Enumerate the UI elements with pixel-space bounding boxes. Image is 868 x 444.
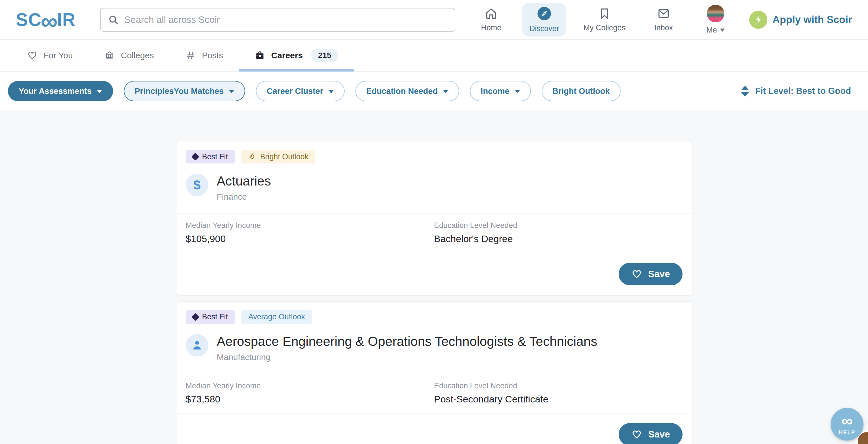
help-label: HELP <box>839 429 856 436</box>
chevron-down-icon <box>720 29 725 32</box>
top-bar: SC∞IR Home Discover My Colleges <box>0 0 868 39</box>
save-label: Save <box>648 429 670 440</box>
home-icon <box>485 7 498 20</box>
nav-label: Home <box>481 24 501 32</box>
nav-label: Me <box>706 26 717 34</box>
envelope-icon <box>657 7 670 20</box>
flame-icon <box>248 153 256 160</box>
average-outlook-badge: Average Outlook <box>242 310 312 324</box>
lightning-bolt-icon <box>749 11 767 29</box>
stat-education: Education Level Needed Post-Secondary Ce… <box>434 382 683 405</box>
tab-posts[interactable]: Posts <box>169 39 239 71</box>
filter-bright-outlook[interactable]: Bright Outlook <box>542 81 621 101</box>
search-input[interactable] <box>124 14 447 25</box>
chevron-down-icon <box>229 90 235 93</box>
bookmark-icon <box>598 7 611 20</box>
search-icon <box>108 14 119 25</box>
tab-label: Colleges <box>121 51 154 60</box>
diamond-icon <box>191 153 199 160</box>
briefcase-icon <box>255 50 265 61</box>
career-title: Actuaries <box>217 174 271 189</box>
card-actions: Save <box>177 253 692 295</box>
career-stats: Median Yearly Income $105,900 Education … <box>177 213 692 253</box>
careers-count-badge: 215 <box>311 49 338 62</box>
filter-label: Income <box>480 87 509 96</box>
stat-income: Median Yearly Income $105,900 <box>186 221 434 244</box>
nav-label: Inbox <box>654 24 673 32</box>
filter-education-needed[interactable]: Education Needed <box>355 81 459 101</box>
person-icon <box>191 339 203 352</box>
person-icon <box>186 334 208 357</box>
compass-icon <box>537 6 552 21</box>
nav-label: My Colleges <box>583 24 625 32</box>
tab-careers[interactable]: Careers 215 <box>239 39 354 71</box>
filter-label: Bright Outlook <box>553 87 610 96</box>
active-tab-underline <box>239 69 354 71</box>
apply-label: Apply with Scoir <box>772 14 852 26</box>
card-actions: Save <box>177 413 692 444</box>
filter-income[interactable]: Income <box>470 81 531 101</box>
stat-education: Education Level Needed Bachelor's Degree <box>434 221 683 244</box>
chevron-down-icon <box>97 90 102 93</box>
tab-label: Careers <box>271 51 303 60</box>
hash-icon <box>185 50 196 61</box>
filter-your-assessments[interactable]: Your Assessments <box>8 81 113 101</box>
badge-row: Best Fit Average Outlook <box>186 310 683 324</box>
logo-text-prefix: SC <box>16 9 41 30</box>
heart-icon <box>27 50 37 61</box>
tab-label: Posts <box>202 51 223 60</box>
scoir-infinity-icon: ∞ <box>841 413 853 429</box>
filter-label: Career Cluster <box>267 87 323 96</box>
career-category: Manufacturing <box>217 352 597 362</box>
career-title: Aerospace Engineering & Operations Techn… <box>217 334 597 349</box>
filter-principlesyou-matches[interactable]: PrinciplesYou Matches <box>124 81 245 101</box>
filter-label: PrinciplesYou Matches <box>134 87 224 96</box>
career-category: Finance <box>217 192 271 202</box>
card-header: Best Fit Average Outlook Aerospace Engin… <box>177 302 692 374</box>
heart-icon <box>631 429 642 440</box>
user-avatar <box>707 5 724 22</box>
primary-nav: Home Discover My Colleges Inbox <box>470 1 737 38</box>
apply-with-scoir-button[interactable]: Apply with Scoir <box>749 11 852 29</box>
career-card-aerospace[interactable]: Best Fit Average Outlook Aerospace Engin… <box>177 302 692 444</box>
global-search[interactable] <box>100 8 455 32</box>
career-stats: Median Yearly Income $73,580 Education L… <box>177 374 692 413</box>
save-button[interactable]: Save <box>619 423 682 444</box>
badge-label: Average Outlook <box>248 313 305 321</box>
dollar-icon: $ <box>186 174 208 196</box>
scoir-logo: SC∞IR <box>16 9 76 30</box>
badge-label: Bright Outlook <box>260 152 308 161</box>
nav-item-inbox[interactable]: Inbox <box>642 4 685 36</box>
best-fit-badge: Best Fit <box>186 310 235 324</box>
nav-label: Discover <box>529 24 559 33</box>
chevron-down-icon <box>328 90 334 93</box>
save-label: Save <box>648 269 670 279</box>
badge-row: Best Fit Bright Outlook <box>186 150 683 164</box>
bank-icon <box>104 50 115 61</box>
chevron-down-icon <box>443 90 448 93</box>
nav-item-discover[interactable]: Discover <box>522 3 566 36</box>
filter-bar: Your Assessments PrinciplesYou Matches C… <box>0 71 868 111</box>
nav-item-my-colleges[interactable]: My Colleges <box>576 4 633 36</box>
tab-label: For You <box>43 51 73 60</box>
nav-item-home[interactable]: Home <box>470 4 512 36</box>
save-button[interactable]: Save <box>619 263 682 285</box>
filter-label: Your Assessments <box>19 87 92 96</box>
diamond-icon <box>191 313 199 321</box>
tab-colleges[interactable]: Colleges <box>89 39 169 71</box>
help-button[interactable]: ∞ HELP <box>831 408 864 441</box>
filter-label: Education Needed <box>366 87 438 96</box>
chevron-down-icon <box>515 90 520 93</box>
filter-career-cluster[interactable]: Career Cluster <box>256 81 345 101</box>
careers-results-list: Best Fit Bright Outlook $ Actuaries Fina… <box>0 111 868 444</box>
best-fit-badge: Best Fit <box>186 150 235 164</box>
badge-label: Best Fit <box>202 313 228 321</box>
stat-income: Median Yearly Income $73,580 <box>186 382 434 405</box>
tab-for-you[interactable]: For You <box>11 39 89 71</box>
heart-icon <box>631 268 642 280</box>
sort-control[interactable]: Fit Level: Best to Good <box>741 86 851 97</box>
career-card-actuaries[interactable]: Best Fit Bright Outlook $ Actuaries Fina… <box>177 141 692 295</box>
nav-item-me[interactable]: Me <box>694 1 737 38</box>
badge-label: Best Fit <box>202 152 228 161</box>
logo-text-suffix: IR <box>57 9 76 30</box>
